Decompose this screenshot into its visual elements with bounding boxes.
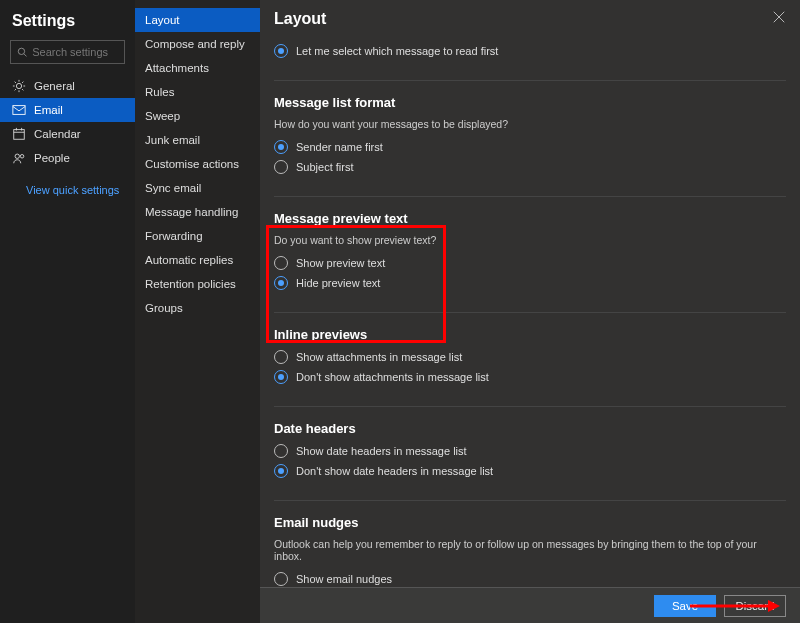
section: Inline previewsShow attachments in messa… xyxy=(274,313,786,407)
section-title: Message preview text xyxy=(274,211,786,226)
svg-point-9 xyxy=(20,155,24,159)
section: Date headersShow date headers in message… xyxy=(274,407,786,501)
radio-icon xyxy=(274,444,288,458)
mail-icon xyxy=(12,103,26,117)
radio-option[interactable]: Let me select which message to read firs… xyxy=(274,44,786,58)
sub-nav-item-automatic-replies[interactable]: Automatic replies xyxy=(135,248,260,272)
radio-icon xyxy=(274,160,288,174)
primary-nav-item-label: General xyxy=(34,80,75,92)
primary-nav-item-label: People xyxy=(34,152,70,164)
radio-option[interactable]: Show date headers in message list xyxy=(274,444,786,458)
radio-label: Sender name first xyxy=(296,141,383,153)
sub-nav-item-forwarding[interactable]: Forwarding xyxy=(135,224,260,248)
radio-icon xyxy=(274,572,288,586)
section-title: Inline previews xyxy=(274,327,786,342)
sub-nav-item-layout[interactable]: Layout xyxy=(135,8,260,32)
settings-panel: Settings GeneralEmailCalendarPeople View… xyxy=(0,0,800,623)
radio-option[interactable]: Don't show date headers in message list xyxy=(274,464,786,478)
radio-icon xyxy=(274,276,288,290)
radio-option[interactable]: Subject first xyxy=(274,160,786,174)
section-subtitle: Outlook can help you remember to reply t… xyxy=(274,538,786,562)
sub-nav-item-customise-actions[interactable]: Customise actions xyxy=(135,152,260,176)
settings-content-pane: Layout Let me select which message to re… xyxy=(260,0,800,623)
sub-nav-item-message-handling[interactable]: Message handling xyxy=(135,200,260,224)
primary-nav-item-general[interactable]: General xyxy=(0,74,135,98)
sub-nav-item-junk-email[interactable]: Junk email xyxy=(135,128,260,152)
section-subtitle: Do you want to show preview text? xyxy=(274,234,786,246)
footer-bar: Save Discard xyxy=(260,587,800,623)
section: Message list formatHow do you want your … xyxy=(274,81,786,197)
radio-label: Don't show attachments in message list xyxy=(296,371,489,383)
sub-nav-item-attachments[interactable]: Attachments xyxy=(135,56,260,80)
radio-label: Hide preview text xyxy=(296,277,380,289)
panel-title: Settings xyxy=(0,6,135,40)
primary-nav-item-label: Calendar xyxy=(34,128,81,140)
sub-nav-item-rules[interactable]: Rules xyxy=(135,80,260,104)
radio-icon xyxy=(274,140,288,154)
people-icon xyxy=(12,151,26,165)
close-icon[interactable] xyxy=(772,10,786,24)
radio-label: Show attachments in message list xyxy=(296,351,462,363)
sub-nav-item-sweep[interactable]: Sweep xyxy=(135,104,260,128)
radio-label: Let me select which message to read firs… xyxy=(296,45,498,57)
section-title: Email nudges xyxy=(274,515,786,530)
radio-label: Show date headers in message list xyxy=(296,445,467,457)
sub-nav-item-retention-policies[interactable]: Retention policies xyxy=(135,272,260,296)
section-title: Message list format xyxy=(274,95,786,110)
view-quick-settings-link[interactable]: View quick settings xyxy=(0,170,135,196)
radio-label: Don't show date headers in message list xyxy=(296,465,493,477)
primary-nav-item-email[interactable]: Email xyxy=(0,98,135,122)
page-title: Layout xyxy=(274,10,326,28)
section: Message preview textDo you want to show … xyxy=(274,197,786,313)
settings-sub-nav: LayoutCompose and replyAttachmentsRulesS… xyxy=(135,0,260,623)
content-scroll[interactable]: Let me select which message to read firs… xyxy=(260,32,800,587)
discard-button[interactable]: Discard xyxy=(724,595,786,617)
radio-icon xyxy=(274,370,288,384)
radio-label: Show preview text xyxy=(296,257,385,269)
svg-rect-4 xyxy=(14,130,25,140)
radio-option[interactable]: Hide preview text xyxy=(274,276,786,290)
radio-icon xyxy=(274,44,288,58)
svg-point-2 xyxy=(16,83,21,88)
radio-label: Show email nudges xyxy=(296,573,392,585)
radio-option[interactable]: Show email nudges xyxy=(274,572,786,586)
radio-icon xyxy=(274,464,288,478)
primary-nav-item-label: Email xyxy=(34,104,63,116)
save-button[interactable]: Save xyxy=(654,595,716,617)
primary-nav-item-people[interactable]: People xyxy=(0,146,135,170)
svg-rect-3 xyxy=(13,106,25,115)
section: Let me select which message to read firs… xyxy=(274,32,786,81)
sub-nav-item-groups[interactable]: Groups xyxy=(135,296,260,320)
svg-point-0 xyxy=(18,48,24,54)
search-icon xyxy=(17,46,27,58)
radio-label: Subject first xyxy=(296,161,353,173)
content-header: Layout xyxy=(260,0,800,32)
radio-icon xyxy=(274,350,288,364)
primary-nav-item-calendar[interactable]: Calendar xyxy=(0,122,135,146)
section: Email nudgesOutlook can help you remembe… xyxy=(274,501,786,587)
section-title: Date headers xyxy=(274,421,786,436)
radio-option[interactable]: Sender name first xyxy=(274,140,786,154)
radio-option[interactable]: Don't show attachments in message list xyxy=(274,370,786,384)
calendar-icon xyxy=(12,127,26,141)
search-settings-input[interactable] xyxy=(32,46,118,58)
svg-point-8 xyxy=(15,154,19,158)
radio-icon xyxy=(274,256,288,270)
section-subtitle: How do you want your messages to be disp… xyxy=(274,118,786,130)
gear-icon xyxy=(12,79,26,93)
radio-option[interactable]: Show preview text xyxy=(274,256,786,270)
sub-nav-item-sync-email[interactable]: Sync email xyxy=(135,176,260,200)
sub-nav-item-compose-and-reply[interactable]: Compose and reply xyxy=(135,32,260,56)
svg-line-1 xyxy=(24,54,27,57)
radio-option[interactable]: Show attachments in message list xyxy=(274,350,786,364)
search-settings-input-wrap[interactable] xyxy=(10,40,125,64)
settings-primary-nav: Settings GeneralEmailCalendarPeople View… xyxy=(0,0,135,623)
